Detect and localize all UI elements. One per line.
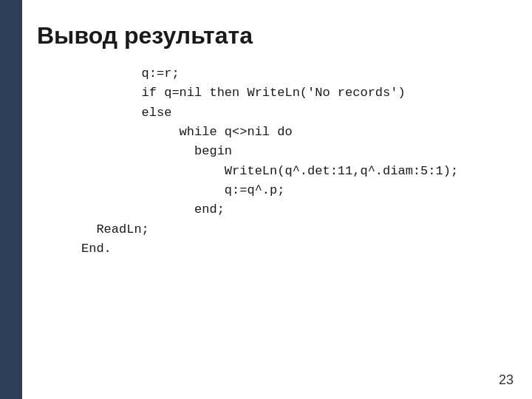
code-line-9: ReadLn; — [81, 220, 510, 239]
code-line-4: while q<>nil do — [81, 123, 510, 142]
slide: Вывод результата q:=r; if q=nil then Wri… — [0, 0, 532, 399]
slide-title: Вывод результата — [37, 22, 510, 50]
code-line-5: begin — [81, 142, 510, 161]
page-number: 23 — [499, 372, 514, 388]
content: Вывод результата q:=r; if q=nil then Wri… — [37, 15, 510, 259]
code-line-1: q:=r; — [81, 64, 510, 83]
top-bar — [0, 0, 22, 399]
code-line-3: else — [81, 103, 510, 123]
code-line-6: WriteLn(q^.det:11,q^.diam:5:1); — [81, 162, 510, 181]
code-line-8: end; — [81, 200, 510, 219]
code-line-2: if q=nil then WriteLn('No records') — [81, 83, 510, 103]
code-block: q:=r; if q=nil then WriteLn('No records'… — [81, 64, 510, 259]
code-line-7: q:=q^.p; — [81, 181, 510, 200]
code-line-10: End. — [81, 239, 510, 259]
